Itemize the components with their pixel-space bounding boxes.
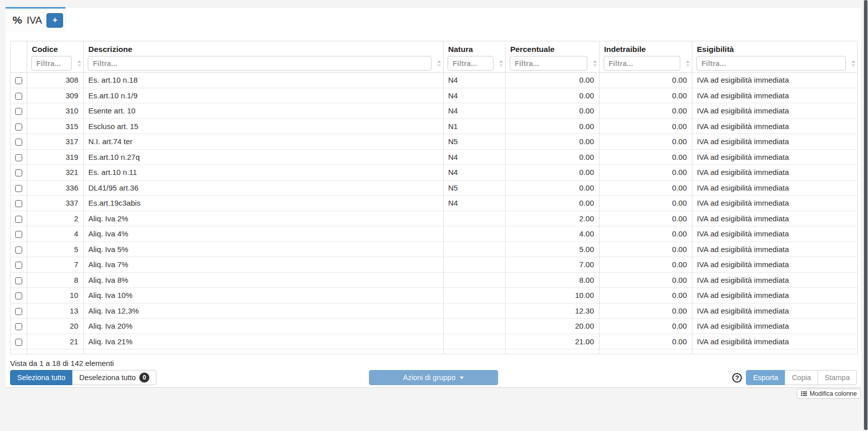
table-row[interactable]: 309 Es.art.10 n.1/9 N4 0.00 0.00 IVA ad … [11, 88, 858, 103]
group-actions-button[interactable]: Azioni di gruppo [369, 370, 498, 385]
sort-icon-natura[interactable] [499, 60, 503, 67]
row-select-cell[interactable] [11, 165, 27, 180]
cell-descrizione: Aliq. Iva 2% [84, 211, 444, 226]
row-select-cell[interactable] [11, 180, 27, 196]
row-checkbox[interactable] [15, 247, 22, 254]
copy-button[interactable]: Copia [785, 370, 818, 385]
row-checkbox[interactable] [15, 339, 22, 346]
row-select-cell[interactable] [11, 73, 27, 88]
table-row[interactable]: 20 Aliq. Iva 20% 20.00 0.00 IVA ad esigi… [11, 319, 858, 334]
table-row[interactable]: 336 DL41/95 art.36 N5 0.00 0.00 IVA ad e… [11, 180, 858, 196]
cell-percentuale: 8.00 [506, 272, 600, 288]
cell-percentuale: 21.00 [506, 334, 600, 349]
sort-icon-esigibilita[interactable] [851, 60, 855, 67]
vertical-scrollbar[interactable] [863, 0, 868, 431]
row-select-cell[interactable] [11, 226, 27, 242]
column-header-esigibilita[interactable]: Esigibilità [692, 41, 858, 55]
cell-percentuale: 4.00 [506, 226, 600, 242]
row-checkbox[interactable] [15, 124, 22, 131]
cell-natura: N5 [444, 134, 506, 150]
row-checkbox[interactable] [15, 77, 22, 84]
table-row[interactable]: 2 Aliq. Iva 2% 2.00 0.00 IVA ad esigibil… [11, 211, 858, 226]
row-checkbox[interactable] [15, 169, 22, 176]
cell-descrizione: Aliq. Iva 4% [84, 226, 444, 242]
filter-cell-percentuale [506, 55, 600, 73]
column-header-descrizione[interactable]: Descrizione [84, 41, 444, 55]
selected-count-badge: 0 [139, 373, 149, 383]
row-select-cell[interactable] [11, 241, 27, 257]
table-row[interactable]: 21 Aliq. Iva 21% 21.00 0.00 IVA ad esigi… [11, 334, 858, 349]
column-header-codice[interactable]: Codice [27, 41, 84, 55]
table-row[interactable]: 319 Es.art.10 n.27q N4 0.00 0.00 IVA ad … [11, 149, 858, 165]
deselect-all-button[interactable]: Deseleziona tutto 0 [72, 370, 156, 385]
row-checkbox[interactable] [15, 154, 22, 161]
column-header-indetraibile[interactable]: Indetraibile [600, 41, 692, 55]
cell-esigibilita: IVA ad esigibilità immediata [692, 226, 858, 242]
table-row[interactable]: 13 Aliq. Iva 12,3% 12.30 0.00 IVA ad esi… [11, 303, 858, 319]
row-select-cell[interactable] [11, 103, 27, 119]
filter-input-natura[interactable] [448, 56, 494, 71]
table-row[interactable]: 4 Aliq. Iva 4% 4.00 0.00 IVA ad esigibil… [11, 226, 858, 242]
cell-descrizione: Aliq. Iva 21% [84, 334, 444, 349]
row-select-cell[interactable] [11, 288, 27, 303]
table-row[interactable]: 5 Aliq. Iva 5% 5.00 0.00 IVA ad esigibil… [11, 241, 858, 257]
sort-icon-indetraibile[interactable] [686, 60, 690, 67]
table-row[interactable]: 7 Aliq. Iva 7% 7.00 0.00 IVA ad esigibil… [11, 257, 858, 273]
cell-esigibilita: IVA ad esigibilità immediata [692, 180, 858, 196]
cell-descrizione: Es. art.10 n.18 [84, 73, 444, 88]
filter-input-indetraibile[interactable] [604, 56, 680, 71]
row-select-cell[interactable] [11, 303, 27, 319]
add-iva-button[interactable]: + [46, 13, 63, 28]
list-icon [801, 391, 807, 397]
select-all-button[interactable]: Seleziona tutto [10, 370, 73, 385]
filter-input-descrizione[interactable] [88, 56, 431, 71]
table-row[interactable]: 8 Aliq. Iva 8% 8.00 0.00 IVA ad esigibil… [11, 272, 858, 288]
table-row[interactable]: 321 Es. art.10 n.11 N4 0.00 0.00 IVA ad … [11, 165, 858, 180]
row-select-cell[interactable] [11, 88, 27, 103]
row-checkbox[interactable] [15, 323, 22, 330]
row-checkbox[interactable] [15, 93, 22, 100]
export-button[interactable]: Esporta [746, 370, 785, 385]
column-header-percentuale[interactable]: Percentuale [506, 41, 600, 55]
row-select-cell[interactable] [11, 118, 27, 134]
row-checkbox[interactable] [15, 108, 22, 115]
row-select-cell[interactable] [11, 211, 27, 226]
column-header-natura[interactable]: Natura [444, 41, 506, 55]
sort-icon-descrizione[interactable] [437, 60, 441, 67]
table-row[interactable]: 317 N.I. art.74 ter N5 0.00 0.00 IVA ad … [11, 134, 858, 150]
row-select-cell[interactable] [11, 257, 27, 273]
tab-iva[interactable]: % IVA + [6, 7, 66, 32]
row-select-cell[interactable] [11, 319, 27, 334]
table-row[interactable]: 310 Esente art. 10 N4 0.00 0.00 IVA ad e… [11, 103, 858, 119]
row-checkbox[interactable] [15, 262, 22, 269]
row-checkbox[interactable] [15, 200, 22, 207]
row-checkbox[interactable] [15, 277, 22, 284]
filter-input-percentuale[interactable] [510, 56, 587, 71]
cell-natura: N4 [444, 196, 506, 211]
table-body: 308 Es. art.10 n.18 N4 0.00 0.00 IVA ad … [11, 73, 858, 354]
row-checkbox[interactable] [15, 292, 22, 299]
row-select-cell[interactable] [11, 334, 27, 349]
row-checkbox[interactable] [15, 216, 22, 223]
row-select-cell[interactable] [11, 149, 27, 165]
sort-icon-codice[interactable] [77, 60, 81, 67]
sort-icon-percentuale[interactable] [593, 60, 597, 67]
help-icon[interactable]: ? [732, 373, 742, 383]
scrollbar-thumb[interactable] [864, 0, 867, 430]
table-row[interactable]: 315 Escluso art. 15 N1 0.00 0.00 IVA ad … [11, 118, 858, 134]
table-row[interactable]: 308 Es. art.10 n.18 N4 0.00 0.00 IVA ad … [11, 73, 858, 88]
row-select-cell[interactable] [11, 134, 27, 150]
filter-input-esigibilita[interactable] [696, 56, 846, 71]
row-select-cell[interactable] [11, 196, 27, 211]
print-button[interactable]: Stampa [818, 370, 857, 385]
row-checkbox[interactable] [15, 231, 22, 238]
cell-esigibilita: IVA ad esigibilità immediata [692, 211, 858, 226]
row-select-cell[interactable] [11, 272, 27, 288]
row-checkbox[interactable] [15, 308, 22, 315]
filter-input-codice[interactable] [31, 56, 72, 71]
edit-columns-button[interactable]: Modifica colonne [797, 389, 861, 399]
row-checkbox[interactable] [15, 139, 22, 146]
table-row[interactable]: 10 Aliq. Iva 10% 10.00 0.00 IVA ad esigi… [11, 288, 858, 303]
table-row[interactable]: 337 Es.art.19c3abis N4 0.00 0.00 IVA ad … [11, 196, 858, 211]
row-checkbox[interactable] [15, 185, 22, 192]
